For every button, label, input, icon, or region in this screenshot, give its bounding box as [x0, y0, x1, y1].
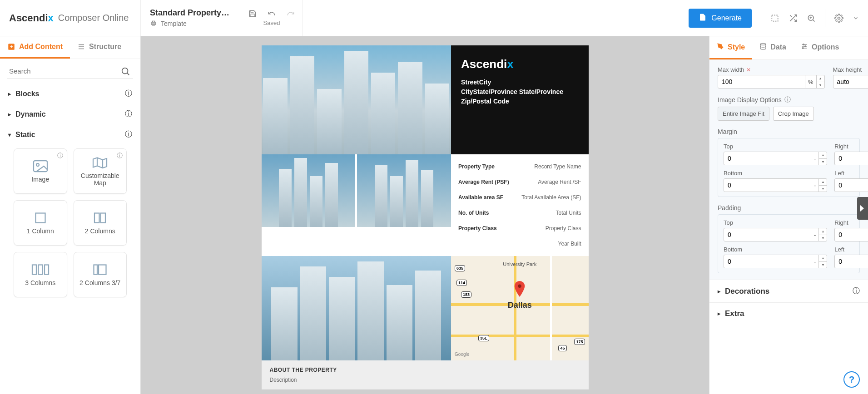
tab-options[interactable]: Options	[794, 36, 846, 59]
caret-down-icon: ▾	[8, 132, 11, 138]
property-details[interactable]: Property TypeRecord Type Name Average Re…	[451, 154, 588, 256]
redo-icon[interactable]	[287, 10, 295, 18]
svg-rect-1	[772, 15, 778, 21]
hero-info-block[interactable]: Ascendix StreetCity CityState/Province S…	[451, 45, 588, 154]
padding-label: Padding	[718, 204, 860, 212]
export-icon	[699, 13, 707, 23]
clear-max-width[interactable]: ✕	[746, 67, 751, 73]
static-3col[interactable]: 3 Columns	[14, 252, 67, 297]
tab-data[interactable]: Data	[752, 36, 794, 59]
structure-icon	[77, 43, 85, 51]
chevron-down-icon[interactable]	[853, 15, 859, 21]
zoom-icon[interactable]	[807, 14, 816, 23]
svg-point-21	[760, 43, 766, 45]
static-2col-37[interactable]: 2 Columns 3/7	[74, 252, 127, 297]
padding-bottom-input[interactable]	[724, 258, 811, 265]
stepper[interactable]: ▲▼	[818, 152, 827, 165]
info-icon[interactable]: ⓘ	[784, 96, 791, 104]
addr-line: Zip/Postal Code	[461, 97, 578, 106]
padding-right-input[interactable]	[835, 231, 868, 238]
svg-rect-18	[94, 265, 98, 274]
map-attribution: Google	[455, 352, 469, 357]
section-static[interactable]: ▾Static ⓘ	[0, 124, 140, 145]
svg-rect-10	[34, 161, 47, 172]
hero-image[interactable]	[262, 45, 451, 154]
collapse-right-panel[interactable]	[857, 197, 868, 220]
section-extra[interactable]: ▸Extra	[709, 302, 868, 325]
plus-icon	[7, 43, 15, 51]
gear-icon[interactable]	[834, 14, 843, 23]
unit-selector[interactable]: %	[805, 75, 816, 88]
map-label: University Park	[503, 261, 536, 267]
info-icon[interactable]: ⓘ	[853, 286, 860, 296]
unit-selector[interactable]: -	[811, 228, 818, 241]
max-width-label: Max width	[718, 66, 744, 73]
svg-line-9	[127, 73, 129, 75]
select-icon[interactable]	[770, 14, 779, 23]
static-image[interactable]: ⓘImage	[14, 148, 67, 194]
info-icon[interactable]: ⓘ	[125, 89, 132, 98]
about-title: ABOUT THE PROPERTY	[270, 367, 580, 373]
template-logo: Ascendix	[461, 57, 578, 71]
info-icon[interactable]: ⓘ	[125, 130, 132, 139]
padding-top-input[interactable]	[724, 231, 811, 238]
margin-bottom-input[interactable]	[724, 182, 811, 189]
search-input[interactable]	[7, 64, 133, 79]
caret-right-icon: ▸	[718, 310, 720, 317]
crop-image-button[interactable]: Crop Image	[773, 107, 814, 121]
info-icon[interactable]: ⓘ	[125, 109, 132, 119]
info-icon: ⓘ	[117, 152, 123, 160]
svg-rect-19	[99, 265, 106, 274]
static-map[interactable]: ⓘCustomizable Map	[74, 148, 127, 194]
tab-add-content[interactable]: Add Content	[0, 36, 70, 59]
entire-image-fit-button[interactable]: Entire Image Fit	[718, 107, 769, 121]
stepper[interactable]: ▲▼	[818, 228, 827, 241]
undo-icon[interactable]	[268, 10, 276, 18]
svg-rect-13	[94, 213, 99, 222]
stepper[interactable]: ▲▼	[818, 255, 827, 268]
brand-block: Ascendix Composer Online	[0, 0, 141, 36]
stepper[interactable]: ▲▼	[816, 75, 824, 88]
svg-rect-17	[45, 265, 49, 274]
margin-right-input[interactable]	[835, 155, 868, 162]
app-name: Composer Online	[58, 13, 129, 23]
caret-right-icon: ▸	[718, 288, 720, 295]
large-image[interactable]	[262, 256, 451, 360]
static-1col[interactable]: 1 Column	[14, 200, 67, 246]
tab-structure[interactable]: Structure	[70, 36, 129, 59]
help-button[interactable]: ?	[843, 371, 860, 388]
svg-rect-15	[32, 265, 36, 274]
section-decorations[interactable]: ▸Decorations ⓘ	[709, 280, 868, 302]
svg-marker-28	[860, 205, 864, 212]
max-height-input[interactable]	[833, 78, 868, 85]
map-block[interactable]: 635 114 183 35E 45 175 Google University…	[451, 256, 588, 360]
document-title: Standard Property Ma...	[150, 8, 232, 18]
brush-icon	[717, 43, 724, 52]
database-icon	[759, 43, 767, 52]
image-display-label: Image Display Options	[718, 96, 782, 103]
section-dynamic[interactable]: ▸Dynamic ⓘ	[0, 104, 140, 124]
stepper[interactable]: ▲▼	[818, 179, 827, 192]
canvas-area[interactable]: Ascendix StreetCity CityState/Province S…	[141, 36, 709, 394]
margin-top-input[interactable]	[724, 155, 811, 162]
shuffle-icon[interactable]	[789, 14, 798, 23]
document-type: Template	[161, 20, 187, 27]
template-page[interactable]: Ascendix StreetCity CityState/Province S…	[262, 45, 589, 389]
static-2col[interactable]: 2 Columns	[74, 200, 127, 246]
tab-style[interactable]: Style	[709, 36, 752, 59]
secondary-images[interactable]	[262, 154, 451, 256]
max-width-input[interactable]	[718, 78, 805, 85]
unit-selector[interactable]: -	[811, 152, 818, 165]
sliders-icon	[801, 43, 808, 52]
generate-button[interactable]: Generate	[689, 9, 752, 28]
unit-selector[interactable]: -	[811, 179, 818, 192]
margin-left-input[interactable]	[835, 182, 868, 189]
padding-left-input[interactable]	[835, 258, 868, 265]
section-blocks[interactable]: ▸Blocks ⓘ	[0, 84, 140, 104]
print-icon[interactable]	[150, 20, 157, 28]
about-block[interactable]: ABOUT THE PROPERTY Description	[262, 360, 589, 389]
svg-rect-16	[38, 265, 42, 274]
search-icon[interactable]	[120, 66, 130, 78]
save-icon[interactable]	[248, 10, 257, 18]
unit-selector[interactable]: -	[811, 255, 818, 268]
